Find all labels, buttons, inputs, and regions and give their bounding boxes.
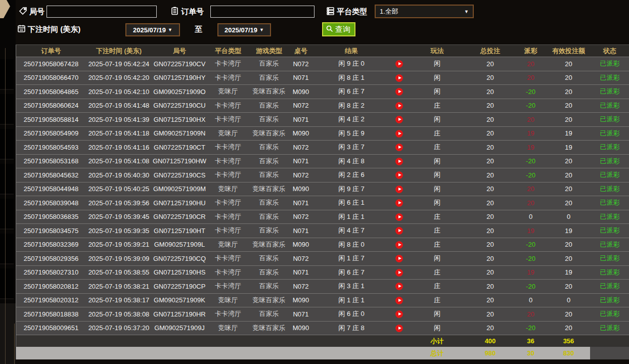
- cell-table: N071: [289, 310, 312, 318]
- grand-total-label: 总计: [408, 349, 466, 358]
- cell-status: 已派彩: [590, 115, 629, 124]
- cell-payout: 20: [514, 60, 547, 68]
- column-header-payout: 派彩: [514, 47, 547, 56]
- replay-play-icon[interactable]: [395, 199, 403, 207]
- cell-valid: 19: [547, 129, 590, 137]
- cell-game: 百家乐: [249, 309, 289, 318]
- cell-platform: 卡卡湾厅: [207, 226, 249, 235]
- cell-valid: 20: [547, 255, 590, 262]
- cell-round: GN071257190HY: [152, 74, 207, 81]
- cell-status: 已派彩: [590, 143, 629, 152]
- order-no-input[interactable]: [210, 6, 314, 18]
- cell-payout: -20: [514, 157, 547, 165]
- cell-replay: [390, 60, 408, 68]
- cell-time: 2025-07-19 05:39:21: [86, 241, 152, 248]
- cell-round: GM0902571909O: [152, 88, 207, 96]
- cell-total: 20: [466, 88, 514, 96]
- replay-play-icon[interactable]: [395, 102, 403, 110]
- cell-platform: 竞咪厅: [207, 240, 249, 249]
- cell-platform: 竞咪厅: [207, 129, 249, 138]
- cell-table: N072: [289, 102, 312, 109]
- cell-table: M090: [289, 88, 312, 96]
- cell-replay: [390, 143, 408, 151]
- cell-status: 已派彩: [590, 59, 629, 68]
- cell-payout: -20: [514, 241, 547, 248]
- left-edge-line: [5, 48, 6, 364]
- date-to-picker[interactable]: 2025/07/19 ▼: [217, 23, 271, 36]
- replay-play-icon[interactable]: [395, 310, 403, 318]
- table-row: 2507190580456322025-07-19 05:40:30GN0722…: [16, 168, 629, 182]
- cell-play: 闲: [408, 185, 466, 194]
- column-header-status: 状态: [590, 47, 629, 56]
- replay-play-icon[interactable]: [395, 130, 403, 138]
- replay-play-icon[interactable]: [395, 227, 403, 235]
- cell-table: M090: [289, 241, 312, 248]
- cell-game: 百家乐: [249, 157, 289, 166]
- cell-table: N071: [289, 74, 312, 81]
- bet-time-label: 下注时间 (美东): [28, 25, 80, 34]
- cell-order: 250719058029356: [16, 255, 86, 262]
- replay-play-icon[interactable]: [395, 158, 403, 165]
- replay-play-icon[interactable]: [395, 74, 403, 82]
- table-row: 2507190580203122025-07-19 05:38:17GM0902…: [16, 293, 629, 307]
- replay-play-icon[interactable]: [395, 186, 403, 193]
- replay-play-icon[interactable]: [395, 241, 403, 249]
- cell-total: 20: [466, 310, 514, 318]
- cell-platform: 卡卡湾厅: [207, 59, 249, 68]
- cell-status: 已派彩: [590, 240, 629, 249]
- cell-result: 闲 3 庄 1: [312, 282, 390, 291]
- cell-platform: 竞咪厅: [207, 185, 249, 194]
- cell-time: 2025-07-19 05:39:56: [86, 199, 152, 207]
- replay-play-icon[interactable]: [395, 116, 403, 123]
- cell-order: 250719058066470: [16, 74, 86, 81]
- cell-table: M090: [289, 324, 312, 332]
- cell-game: 百家乐: [249, 212, 289, 221]
- replay-play-icon[interactable]: [395, 283, 403, 290]
- cell-payout: -20: [514, 255, 547, 262]
- date-from-picker[interactable]: 2025/07/19 ▼: [125, 23, 180, 36]
- replay-play-icon[interactable]: [395, 325, 403, 332]
- cell-total: 20: [466, 283, 514, 290]
- cell-replay: [390, 213, 408, 221]
- cell-payout: 20: [514, 74, 547, 81]
- cell-valid: 20: [547, 102, 590, 109]
- replay-play-icon[interactable]: [395, 213, 403, 221]
- replay-play-icon[interactable]: [395, 171, 403, 179]
- round-no-input[interactable]: [47, 6, 157, 18]
- cell-round: GM0902571909L: [152, 241, 207, 248]
- replay-play-icon[interactable]: [395, 255, 403, 262]
- replay-play-icon[interactable]: [395, 269, 403, 277]
- order-no-label: 订单号: [181, 7, 204, 17]
- cell-payout: 20: [514, 199, 547, 207]
- subtotal-label: 小计: [408, 337, 466, 346]
- cell-payout: -20: [514, 283, 547, 290]
- cell-replay: [390, 226, 408, 235]
- cell-round: GN071257190HR: [152, 310, 207, 318]
- replay-play-icon[interactable]: [395, 88, 403, 96]
- table-row: 2507190580368352025-07-19 05:39:45GN0722…: [16, 210, 629, 224]
- cell-total: 20: [466, 144, 514, 151]
- cell-valid: 20: [547, 116, 590, 123]
- cell-platform: 竞咪厅: [207, 296, 249, 305]
- cell-payout: -20: [514, 102, 547, 109]
- replay-play-icon[interactable]: [395, 144, 403, 151]
- grand-total-valid: 830: [547, 349, 590, 357]
- to-label: 至: [195, 25, 202, 34]
- cell-payout: 19: [514, 144, 547, 151]
- replay-play-icon[interactable]: [395, 60, 403, 68]
- cell-platform: 卡卡湾厅: [207, 101, 249, 110]
- query-button[interactable]: 查询: [322, 22, 355, 36]
- cell-platform: 卡卡湾厅: [207, 309, 249, 318]
- cell-time: 2025-07-19 05:41:48: [86, 102, 152, 109]
- cell-game: 百家乐: [249, 101, 289, 110]
- cell-order: 250719058054593: [16, 144, 86, 151]
- cell-replay: [390, 171, 408, 179]
- cell-time: 2025-07-19 05:40:30: [86, 171, 152, 179]
- cell-play: 闲: [408, 59, 466, 68]
- cell-payout: 0: [514, 213, 547, 220]
- cell-game: 百家乐: [249, 198, 289, 207]
- platform-type-label: 平台类型: [337, 7, 367, 17]
- platform-type-select[interactable]: 1.全部 ▼: [375, 5, 474, 18]
- cell-game: 竞咪百家乐: [249, 324, 289, 333]
- replay-play-icon[interactable]: [395, 297, 403, 304]
